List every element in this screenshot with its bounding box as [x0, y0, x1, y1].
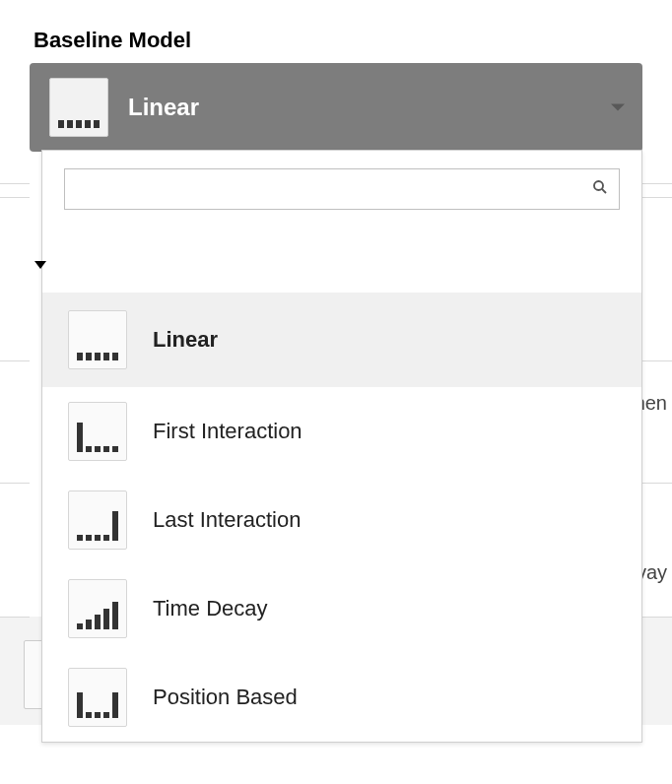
option-label: First Interaction: [153, 419, 302, 444]
option-last-interaction[interactable]: Last Interaction: [42, 476, 641, 564]
selected-model-label: Linear: [128, 94, 199, 121]
linear-icon: [68, 310, 127, 369]
svg-line-1: [602, 189, 606, 193]
search-input[interactable]: [75, 178, 579, 201]
svg-point-0: [594, 181, 603, 190]
search-input-wrapper[interactable]: [64, 168, 620, 210]
model-dropdown-panel: Linear First Interaction: [41, 150, 642, 743]
last-interaction-icon: [68, 490, 127, 550]
first-interaction-icon: [68, 402, 127, 461]
option-time-decay[interactable]: Time Decay: [42, 564, 641, 653]
option-linear[interactable]: Linear: [42, 293, 641, 387]
option-first-interaction[interactable]: First Interaction: [42, 387, 641, 476]
chevron-down-icon: [34, 261, 46, 269]
option-label: Linear: [153, 327, 218, 353]
linear-icon: [49, 78, 108, 137]
time-decay-icon: [68, 579, 127, 638]
option-position-based[interactable]: Position Based: [42, 653, 641, 742]
chevron-down-icon: [611, 104, 625, 111]
option-label: Last Interaction: [153, 507, 301, 533]
field-label: Baseline Model: [34, 28, 642, 53]
search-icon: [591, 178, 609, 200]
option-label: Time Decay: [153, 596, 268, 621]
baseline-model-selector[interactable]: Linear: [30, 63, 642, 152]
position-based-icon: [68, 668, 127, 727]
option-label: Position Based: [153, 685, 298, 710]
